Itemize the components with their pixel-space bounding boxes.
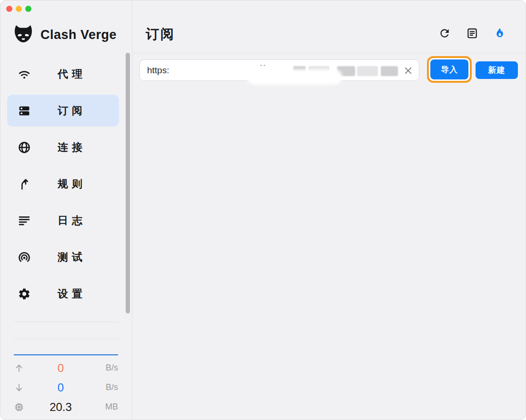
dns-icon (18, 104, 31, 117)
header-actions (438, 27, 506, 39)
sidebar-item-label: 设置 (58, 287, 86, 301)
redacted-url-blur (357, 66, 378, 76)
subscription-url-field[interactable] (139, 59, 419, 81)
sidebar-item-logs[interactable]: 日志 (7, 205, 119, 236)
main-panel: 订阅 (133, 0, 526, 420)
upload-speed-unit: B/s (97, 363, 118, 373)
upload-speed-value: 0 (24, 361, 97, 375)
arrow-down-icon (14, 382, 24, 393)
memory-usage-unit: MB (97, 402, 118, 412)
redacted-url-blur (260, 65, 262, 66)
wifi-icon (18, 68, 31, 81)
download-speed-value: 0 (24, 381, 97, 394)
sidebar-nav: 代理 订阅 (7, 58, 119, 314)
gear-icon (18, 287, 31, 301)
main-header: 订阅 (133, 0, 526, 53)
sidebar-item-settings[interactable]: 设置 (7, 278, 119, 310)
sidebar-item-subscription[interactable]: 订阅 (7, 95, 119, 127)
refresh-icon[interactable] (438, 27, 451, 39)
sidebar-item-proxy[interactable]: 代理 (7, 58, 119, 90)
sidebar: Clash Verge 代理 (0, 0, 132, 420)
traffic-stats: 0 B/s 0 B/s 20.3 MB (14, 358, 118, 417)
titlebar (6, 6, 31, 12)
log-lines-icon (18, 214, 31, 227)
sidebar-scrollbar[interactable] (126, 53, 130, 313)
sidebar-item-label: 日志 (58, 214, 86, 228)
sidebar-item-label: 规则 (58, 177, 86, 191)
clear-input-icon[interactable] (402, 65, 414, 77)
import-button[interactable]: 导入 (430, 59, 468, 79)
new-button[interactable]: 新建 (476, 61, 518, 79)
memory-stat-row: 20.3 MB (14, 397, 118, 417)
document-icon[interactable] (466, 27, 478, 39)
fork-right-icon (18, 177, 31, 191)
arrow-up-icon (14, 363, 24, 373)
memory-chip-icon (14, 402, 24, 412)
traffic-light-minimize[interactable] (16, 6, 22, 12)
page-title: 订阅 (146, 25, 175, 43)
traffic-light-maximize[interactable] (25, 6, 31, 12)
redacted-url-blur (381, 66, 398, 76)
sidebar-item-rules[interactable]: 规则 (7, 168, 119, 200)
sidebar-divider (14, 322, 118, 322)
sidebar-item-connections[interactable]: 连接 (7, 131, 119, 163)
redacted-url-blur (247, 69, 342, 85)
sidebar-item-label: 订阅 (58, 104, 86, 118)
sidebar-item-test[interactable]: 测试 (7, 241, 119, 273)
app-window: Clash Verge 代理 (0, 0, 526, 420)
sidebar-item-label: 测试 (58, 250, 86, 264)
action-highlight-ring: 导入 (427, 56, 472, 83)
download-speed-unit: B/s (97, 382, 118, 392)
subscription-content: 导入 新建 (133, 53, 526, 420)
upload-stat-row: 0 B/s (14, 358, 118, 378)
sidebar-item-label: 代理 (58, 67, 86, 81)
wifi-tethering-icon (18, 251, 31, 264)
memory-usage-value: 20.3 (24, 400, 97, 414)
sidebar-divider (14, 339, 118, 339)
sidebar-item-label: 连接 (58, 140, 86, 155)
traffic-light-close[interactable] (6, 6, 12, 12)
globe-icon (18, 141, 31, 154)
app-title: Clash Verge (40, 28, 117, 42)
clash-cat-logo-icon (12, 23, 35, 46)
app-logo: Clash Verge (12, 23, 117, 46)
download-stat-row: 0 B/s (14, 378, 118, 397)
traffic-graph-baseline (14, 354, 118, 355)
clash-core-flame-icon[interactable] (494, 27, 506, 39)
